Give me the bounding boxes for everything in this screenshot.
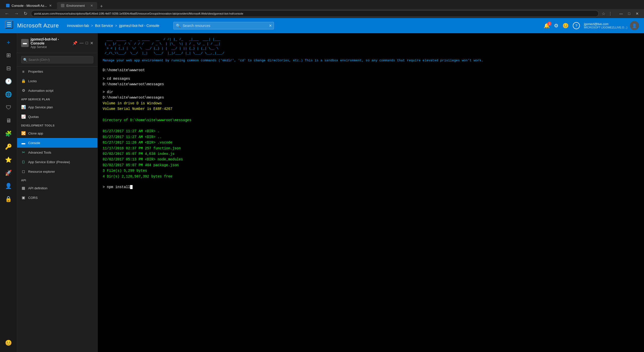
settings-icon[interactable]: ⚙: [554, 23, 558, 29]
reload-button[interactable]: ↻: [22, 10, 29, 17]
sidebar-maximize-icon[interactable]: □: [86, 41, 88, 45]
address-bar[interactable]: portal.azure.com/#resource/subscriptions…: [31, 10, 599, 17]
sidebar-search-input[interactable]: [21, 56, 93, 63]
tab-console[interactable]: Console - Microsoft Az... ✕: [2, 2, 56, 9]
browser-menu-button[interactable]: ⋮: [607, 10, 613, 17]
advanced-tools-icon: ✂: [21, 150, 26, 155]
icon-bar-star[interactable]: ⭐: [3, 154, 15, 166]
browser-actions: ☆ ⋮: [601, 10, 613, 17]
forward-button[interactable]: →: [13, 10, 20, 17]
console-cmd-2-entry-2: 01/27/2017 11:27 AM <DIR> ..: [103, 134, 639, 140]
hamburger-menu-button[interactable]: ☰: [5, 21, 13, 29]
resource-explorer-label: Resource explorer: [28, 170, 55, 173]
help-icon[interactable]: ?: [573, 22, 580, 29]
feedback-icon[interactable]: 😊: [562, 23, 569, 29]
azure-logo: Microsoft Azure: [17, 22, 59, 29]
sidebar-item-resource-explorer[interactable]: ◻ Resource explorer: [17, 167, 97, 176]
console-cmd-2-input: > dir: [103, 89, 639, 95]
new-tab-button[interactable]: +: [98, 4, 105, 9]
console-ascii-art: ___ _____ _ _ ____ __ / /| |_ /_ _|___ _…: [103, 37, 639, 56]
win-maximize[interactable]: □: [625, 11, 633, 16]
win-minimize[interactable]: —: [617, 11, 625, 16]
cors-icon: ▣: [21, 195, 26, 200]
console-cmd-2-entry-3: 01/27/2017 11:26 AM <DIR> .vscode: [103, 140, 639, 145]
console-cmd-1: > cd messages D:\home\site\wwwroot\messa…: [103, 76, 639, 87]
icon-bar-shield2[interactable]: 🔒: [3, 193, 15, 205]
console-cmd-2-blank2: [103, 123, 639, 128]
icon-bar-person2[interactable]: 😊: [3, 337, 15, 349]
console-cmd-2-line-1: Volume in drive D is Windows: [103, 101, 639, 106]
console-cmd-2-line-2: Volume Serial Number is E48F-4267: [103, 106, 639, 112]
icon-bar-all-resources[interactable]: ⊟: [3, 62, 15, 74]
icon-bar-rocket[interactable]: 🚀: [3, 167, 15, 179]
sidebar-close-icon[interactable]: ✕: [90, 41, 93, 46]
console-label: Console: [28, 141, 40, 145]
user-tenant: MICROSOFT (JGOMEZLLIVE.O...): [584, 26, 627, 29]
breadcrumb-item-2[interactable]: jgomezl-bot-hol - Console: [119, 24, 159, 28]
console-current-input[interactable]: > npm install: [103, 184, 639, 190]
sidebar-pin-icon[interactable]: 📌: [72, 41, 77, 46]
properties-icon: ≡: [21, 69, 26, 74]
section-header-api: API: [17, 176, 97, 183]
browser-tabs: Console - Microsoft Az... ✕ Environment …: [0, 0, 644, 9]
sidebar-minimize-icon[interactable]: —: [79, 41, 84, 45]
sidebar-item-app-service-plan[interactable]: 📊 App Service plan: [17, 102, 97, 112]
quotas-icon: 📈: [21, 114, 26, 119]
user-info[interactable]: jgomezl@live.com MICROSOFT (JGOMEZLLIVE.…: [584, 21, 639, 30]
back-button[interactable]: ←: [3, 10, 11, 17]
sidebar-item-console[interactable]: ▬ Console: [17, 138, 97, 148]
sidebar-item-properties[interactable]: ≡ Properties: [17, 67, 97, 76]
tab-environment[interactable]: Environment ✕: [57, 2, 97, 9]
console-output[interactable]: ___ _____ _ _ ____ __ / /| |_ /_ _|___ _…: [98, 33, 644, 352]
azure-topbar: ☰ Microsoft Azure innovation-lab > Bot S…: [0, 18, 644, 33]
tab-close-console[interactable]: ✕: [49, 4, 52, 8]
section-header-app-service-plan: APP SERVICE PLAN: [17, 95, 97, 102]
star-page-button[interactable]: ☆: [601, 10, 606, 17]
icon-bar-puzzle[interactable]: 🧩: [3, 128, 15, 140]
sidebar-item-cors[interactable]: ▣ CORS: [17, 193, 97, 202]
icon-bar-globe[interactable]: 🌐: [3, 89, 15, 101]
console-icon: ▬: [21, 141, 26, 145]
notification-bell[interactable]: 🔔 2: [544, 23, 550, 29]
breadcrumb-sep-0: >: [91, 24, 93, 28]
sidebar-item-advanced-tools[interactable]: ✂ Advanced Tools: [17, 148, 97, 157]
azure-main: + ⊞ ⊟ 🕐 🌐 🛡 🖥 🧩 🔑 ⭐ 🚀 👤 🔒 😊 ▬ jgomezl-bo…: [0, 33, 644, 352]
icon-bar-shield[interactable]: 🛡: [3, 102, 15, 114]
sidebar-header-text: jgomezl-bot-hol - Console App Service: [31, 37, 71, 49]
sidebar-item-app-service-editor[interactable]: ⟨⟩ App Service Editor (Preview): [17, 157, 97, 167]
icon-bar-dashboard[interactable]: ⊞: [3, 49, 15, 61]
search-clear-icon[interactable]: ✕: [269, 24, 272, 28]
console-cmd-2-line-3: Directory of D:\home\site\wwwroot\messag…: [103, 117, 639, 123]
sidebar-item-locks[interactable]: 🔒 Locks: [17, 76, 97, 86]
tab-close-env[interactable]: ✕: [90, 4, 93, 8]
locks-icon: 🔒: [21, 79, 26, 83]
icon-bar-monitor[interactable]: 🖥: [3, 115, 15, 127]
console-cmd-2: > dir D:\home\site\wwwroot\messages Volu…: [103, 89, 639, 179]
console-area: ___ _____ _ _ ____ __ / /| |_ /_ _|___ _…: [98, 33, 644, 352]
browser-toolbar: ← → ↻ portal.azure.com/#resource/subscri…: [0, 9, 644, 18]
search-icon-topbar: 🔍: [176, 23, 181, 28]
sidebar-item-api-definition[interactable]: ▦ API definition: [17, 183, 97, 193]
sidebar-item-clone-app[interactable]: 🔀 Clone app: [17, 128, 97, 138]
win-close[interactable]: ✕: [633, 11, 641, 16]
sidebar-header-icon: ▬: [21, 39, 29, 47]
console-cmd-2-entry-6: 02/02/2017 05:13 PM <DIR> node_modules: [103, 157, 639, 162]
cors-label: CORS: [28, 196, 38, 200]
app-service-editor-label: App Service Editor (Preview): [28, 160, 70, 164]
search-input-topbar[interactable]: [173, 22, 274, 29]
breadcrumb-item-1[interactable]: Bot Service: [95, 24, 113, 28]
automation-icon: ⚙: [21, 88, 26, 93]
console-cmd-2-entry-1: 01/27/2017 11:27 AM <DIR> .: [103, 128, 639, 134]
icon-bar-add[interactable]: +: [3, 36, 15, 48]
user-avatar: 👤: [630, 21, 639, 30]
user-email: jgomezl@live.com: [584, 22, 627, 26]
sidebar-item-automation[interactable]: ⚙ Automation script: [17, 86, 97, 95]
sidebar-item-quotas[interactable]: 📈 Quotas: [17, 112, 97, 121]
icon-bar-key[interactable]: 🔑: [3, 141, 15, 153]
icon-bar-recent[interactable]: 🕐: [3, 75, 15, 87]
breadcrumb-item-0[interactable]: innovation-lab: [67, 24, 89, 28]
icon-bar-person[interactable]: 👤: [3, 180, 15, 192]
automation-label: Automation script: [28, 89, 53, 93]
console-cmd-2-entry-5: 02/02/2017 05:07 PM 4,638 index.js: [103, 151, 639, 157]
advanced-tools-label: Advanced Tools: [28, 151, 51, 154]
